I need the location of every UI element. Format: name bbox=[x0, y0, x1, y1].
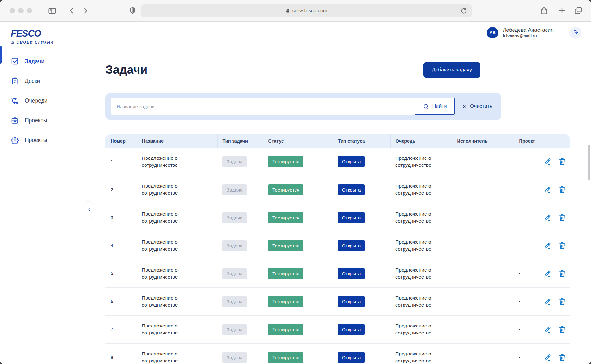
sidebar-item-settings-projects[interactable]: Проекты bbox=[0, 130, 89, 150]
sidebar-item-label: Очереди bbox=[25, 98, 48, 104]
cell-status-type: Открыта bbox=[333, 232, 390, 260]
sidebar-item-queues[interactable]: Очереди bbox=[0, 91, 89, 111]
edit-button[interactable] bbox=[543, 269, 552, 278]
table-row: 4 Предложение о сотрудничестве Задача Те… bbox=[105, 232, 570, 260]
trash-icon bbox=[558, 269, 567, 278]
clear-button-label: Очистить bbox=[470, 104, 492, 109]
find-button[interactable]: Найти bbox=[415, 98, 455, 115]
sidebar-item-projects[interactable]: Проекты bbox=[0, 111, 89, 130]
window-control-zoom[interactable] bbox=[27, 8, 32, 13]
status-chip: Тестируется bbox=[268, 296, 303, 307]
cell-project: - bbox=[514, 204, 570, 232]
lock-icon bbox=[285, 9, 290, 13]
browser-chrome: crew.fesco.com bbox=[0, 0, 591, 22]
delete-button[interactable] bbox=[558, 185, 567, 194]
sidebar-menu: Задачи Доски Очереди bbox=[0, 51, 89, 150]
edit-button[interactable] bbox=[543, 353, 552, 362]
column-header-number: Номер bbox=[105, 134, 137, 148]
address-bar[interactable]: crew.fesco.com bbox=[141, 4, 472, 17]
status-chip: Тестируется bbox=[268, 240, 303, 251]
logout-button[interactable] bbox=[569, 27, 581, 39]
share-icon[interactable] bbox=[540, 6, 548, 15]
row-actions bbox=[543, 185, 567, 194]
add-task-button[interactable]: Добавить задачу bbox=[423, 62, 480, 78]
logo-tagline: В СВОЕЙ СТИХИИ bbox=[11, 40, 89, 44]
status-type-chip: Открыта bbox=[338, 184, 365, 195]
delete-button[interactable] bbox=[558, 297, 567, 306]
task-type-chip: Задача bbox=[222, 212, 247, 223]
sidebar-toggle-icon[interactable] bbox=[48, 6, 57, 15]
search-input[interactable] bbox=[111, 98, 415, 115]
status-type-chip: Открыта bbox=[338, 156, 365, 167]
edit-button[interactable] bbox=[543, 241, 552, 250]
main-area: АВ Лебедева Анастасия k.ivanov@mail.ru З… bbox=[89, 22, 591, 364]
cell-project: - bbox=[514, 287, 570, 315]
cell-project: - bbox=[514, 176, 570, 204]
delete-button[interactable] bbox=[558, 325, 567, 334]
edit-button[interactable] bbox=[543, 185, 552, 194]
delete-button[interactable] bbox=[558, 213, 567, 222]
project-value: - bbox=[519, 214, 520, 221]
cell-status-type: Открыта bbox=[333, 343, 390, 364]
cell-number: 4 bbox=[105, 232, 137, 260]
cell-status: Тестируется bbox=[263, 287, 333, 315]
cell-number: 6 bbox=[105, 287, 137, 315]
cell-number: 8 bbox=[105, 343, 137, 364]
clear-button[interactable]: Очистить bbox=[462, 104, 492, 109]
column-header-project: Проект bbox=[514, 134, 570, 148]
delete-button[interactable] bbox=[558, 353, 567, 362]
cell-task-type: Задача bbox=[217, 287, 263, 315]
sidebar-item-tasks[interactable]: Задачи bbox=[0, 51, 89, 71]
scrollbar-thumb[interactable] bbox=[588, 145, 590, 180]
reload-icon[interactable] bbox=[460, 7, 468, 15]
cell-task-type: Задача bbox=[217, 260, 263, 287]
cell-queue: Предложение о сотрудничестве bbox=[390, 176, 452, 204]
delete-button[interactable] bbox=[558, 241, 567, 250]
cell-project: - bbox=[514, 315, 570, 343]
trash-icon bbox=[558, 241, 567, 250]
cell-assignee bbox=[452, 232, 514, 260]
cell-queue: Предложение о сотрудничестве bbox=[390, 260, 452, 287]
row-actions bbox=[543, 325, 567, 334]
new-tab-icon[interactable] bbox=[558, 6, 567, 15]
table-row: 2 Предложение о сотрудничестве Задача Те… bbox=[105, 176, 570, 204]
tab-overview-icon[interactable] bbox=[574, 6, 583, 15]
window-control-close[interactable] bbox=[10, 8, 15, 13]
cell-number: 5 bbox=[105, 260, 137, 287]
window-control-minimize[interactable] bbox=[18, 8, 24, 13]
cell-status: Тестируется bbox=[263, 148, 333, 176]
sidebar-collapse-button[interactable] bbox=[85, 201, 93, 218]
cell-assignee bbox=[452, 148, 514, 176]
user-name: Лебедева Анастасия bbox=[503, 27, 554, 33]
briefcase-icon bbox=[11, 116, 19, 125]
edit-button[interactable] bbox=[543, 213, 552, 222]
project-value: - bbox=[519, 186, 520, 193]
sidebar-item-boards[interactable]: Доски bbox=[0, 71, 89, 91]
project-value: - bbox=[519, 270, 520, 277]
cell-status-type: Открыта bbox=[333, 287, 390, 315]
task-type-chip: Задача bbox=[222, 296, 247, 307]
sidebar: FESCO В СВОЕЙ СТИХИИ Задачи bbox=[0, 22, 89, 364]
status-type-chip: Открыта bbox=[338, 240, 365, 251]
edit-button[interactable] bbox=[543, 297, 552, 306]
back-icon[interactable] bbox=[68, 7, 76, 15]
delete-button[interactable] bbox=[558, 269, 567, 278]
edit-button[interactable] bbox=[543, 325, 552, 334]
status-type-chip: Открыта bbox=[338, 212, 365, 223]
edit-button[interactable] bbox=[543, 157, 552, 166]
column-header-queue: Очередь bbox=[390, 134, 452, 148]
row-actions bbox=[543, 269, 567, 278]
delete-button[interactable] bbox=[558, 157, 567, 166]
edit-pencil-icon bbox=[543, 213, 552, 222]
status-type-chip: Открыта bbox=[338, 352, 365, 363]
privacy-shield-icon[interactable] bbox=[128, 6, 137, 15]
column-header-assignee: Исполнитель bbox=[452, 134, 514, 148]
cell-name: Предложение о сотрудничестве bbox=[137, 260, 217, 287]
edit-pencil-icon bbox=[543, 325, 552, 334]
cell-assignee bbox=[452, 343, 514, 364]
forward-icon[interactable] bbox=[81, 7, 90, 15]
cell-assignee bbox=[452, 287, 514, 315]
task-type-chip: Задача bbox=[222, 240, 247, 251]
cell-task-type: Задача bbox=[217, 232, 263, 260]
cell-queue: Предложение о сотрудничестве bbox=[390, 287, 452, 315]
